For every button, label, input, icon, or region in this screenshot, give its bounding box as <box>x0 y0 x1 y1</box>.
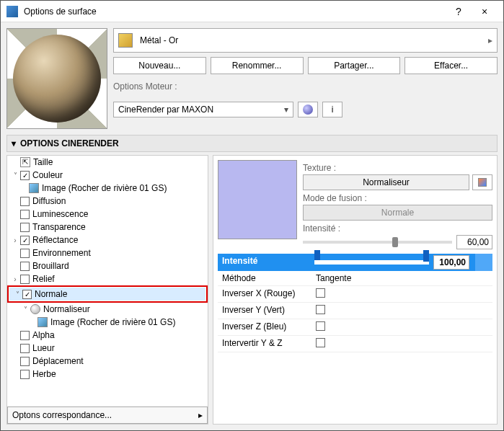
texture-button[interactable]: Normaliseur <box>303 174 469 190</box>
checkbox-icon[interactable] <box>20 262 30 271</box>
share-button[interactable]: Partager... <box>308 57 401 74</box>
checkbox[interactable] <box>316 305 325 314</box>
checkbox[interactable] <box>316 288 325 298</box>
section-title: OPTIONS CINERENDER <box>20 138 119 148</box>
tree-item-alpha[interactable]: Alpha <box>7 329 208 342</box>
matching-options-button[interactable]: Optons correspondance... ▸ <box>7 406 208 424</box>
blend-label: Mode de fusion : <box>303 193 492 203</box>
tree-item-normaliseur[interactable]: ˅Normaliseur <box>7 303 208 316</box>
image-icon <box>29 183 39 193</box>
content: Métal - Or ▸ Nouveau... Renommer... Part… <box>1 22 503 430</box>
checkbox-icon[interactable] <box>20 171 30 180</box>
checkbox-icon[interactable] <box>20 236 30 245</box>
app-icon <box>6 6 18 17</box>
material-name: Métal - Or <box>140 35 488 45</box>
globe-icon <box>303 105 313 115</box>
checkbox-icon[interactable] <box>20 223 30 232</box>
info-icon: i <box>332 105 334 115</box>
engine-render-button[interactable] <box>298 102 318 117</box>
tree-item-environnement[interactable]: Environnement <box>7 246 208 259</box>
tree-item-herbe[interactable]: Herbe <box>7 368 208 381</box>
material-selector[interactable]: Métal - Or ▸ <box>113 28 498 53</box>
param-intensite-row: Intensité 100,00 <box>218 254 492 271</box>
rename-button[interactable]: Renommer... <box>211 57 304 74</box>
tree-item-couleur[interactable]: ˅Couleur <box>7 169 208 182</box>
checkbox-icon[interactable] <box>20 210 30 219</box>
param-methode-row: Méthode Tangente <box>218 271 492 286</box>
engine-select[interactable]: CineRender par MAXON <box>113 102 293 117</box>
tree-item-reflectance[interactable]: ›Réflectance <box>7 234 208 246</box>
param-invz-row: Inverser Z (Bleu) <box>218 319 492 336</box>
slider-thumb-icon[interactable] <box>423 250 429 262</box>
image-icon <box>37 317 48 327</box>
param-intensite-slider[interactable] <box>311 254 432 271</box>
texture-label: Texture : <box>303 163 492 173</box>
expand-icon: ⇱ <box>20 157 30 167</box>
titlebar: Options de surface ? × <box>1 1 503 22</box>
cinerender-section-header[interactable]: ▾ OPTIONS CINERENDER <box>6 135 498 152</box>
param-label: Intensité <box>218 254 311 271</box>
sphere-icon <box>30 304 40 314</box>
picker-icon <box>478 178 487 187</box>
help-button[interactable]: ? <box>446 1 472 22</box>
param-methode-value[interactable]: Tangente <box>311 271 492 285</box>
param-invy-row: Inverser Y (Vert) <box>218 303 492 319</box>
properties-pane: Texture : Normaliseur Mode de fusion : N… <box>213 155 498 425</box>
tree-item-relief[interactable]: ›Relief <box>7 272 208 285</box>
tree-item-image1[interactable]: Image (Rocher de rivière 01 GS) <box>7 182 208 195</box>
checkbox-icon[interactable] <box>20 197 30 206</box>
chevron-right-icon: ▸ <box>198 410 203 420</box>
chevron-down-icon: ▾ <box>12 138 16 148</box>
checkbox-icon[interactable] <box>20 331 30 340</box>
intensity-label: Intensité : <box>303 223 492 234</box>
intensity-slider[interactable] <box>303 241 452 244</box>
texture-picker-button[interactable] <box>472 174 492 190</box>
intensity-value[interactable]: 60,00 <box>456 235 492 249</box>
material-swatch <box>118 33 133 48</box>
checkbox-icon[interactable] <box>22 290 32 299</box>
engine-label: Options Moteur : <box>113 81 498 92</box>
checkbox[interactable] <box>316 338 325 347</box>
tree-item-transparence[interactable]: Transparence <box>7 221 208 234</box>
checkbox-icon[interactable] <box>20 249 30 258</box>
blend-button: Normale <box>303 205 492 221</box>
close-button[interactable]: × <box>472 1 498 22</box>
param-swapyz-row: Intervertir Y & Z <box>218 336 492 352</box>
texture-preview <box>218 160 297 239</box>
checkbox-icon[interactable] <box>20 370 30 379</box>
chevron-right-icon: ▸ <box>488 35 492 45</box>
tree-item-normale[interactable]: ˅Normale <box>9 288 205 301</box>
checkbox-icon[interactable] <box>20 275 30 284</box>
tree-item-deplacement[interactable]: Déplacement <box>7 355 208 368</box>
tree-item-taille[interactable]: ⇱Taille <box>7 156 208 169</box>
window-title: Options de surface <box>24 6 446 17</box>
checkbox-icon[interactable] <box>20 344 30 353</box>
tree-item-image2[interactable]: Image (Rocher de rivière 01 GS) <box>7 316 208 329</box>
param-intensite-value[interactable]: 100,00 <box>433 255 469 270</box>
engine-info-button[interactable]: i <box>322 102 342 117</box>
param-invx-row: Inverser X (Rouge) <box>218 286 492 303</box>
tree-item-luminescence[interactable]: Luminescence <box>7 208 208 221</box>
tree-item-brouillard[interactable]: Brouillard <box>7 259 208 272</box>
checkbox-icon[interactable] <box>20 357 30 366</box>
tree-item-normale-highlight: ˅Normale <box>7 285 208 303</box>
tree-pane: ⇱Taille ˅Couleur Image (Rocher de rivièr… <box>6 155 208 425</box>
spinner-icon[interactable] <box>475 254 492 271</box>
checkbox[interactable] <box>316 321 325 331</box>
material-preview-sphere <box>6 28 107 129</box>
delete-button[interactable]: Effacer... <box>404 57 498 74</box>
new-button[interactable]: Nouveau... <box>113 57 206 74</box>
tree-item-lueur[interactable]: Lueur <box>7 342 208 355</box>
parameter-table: Intensité 100,00 Méthode Tangente Invers… <box>218 254 492 352</box>
tree-item-diffusion[interactable]: Diffusion <box>7 195 208 208</box>
